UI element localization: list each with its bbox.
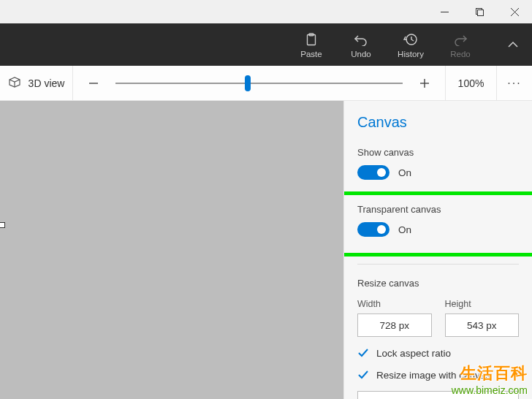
collapse-toolbar-button[interactable] xyxy=(501,33,525,56)
svg-rect-2 xyxy=(477,10,483,15)
canvas-workspace[interactable] xyxy=(0,101,343,399)
history-button[interactable]: History xyxy=(396,31,425,58)
lock-aspect-checkbox[interactable]: Lock aspect ratio xyxy=(357,347,519,359)
window-title-bar xyxy=(0,0,532,23)
more-button[interactable]: ··· xyxy=(497,66,532,100)
undo-label: Undo xyxy=(351,50,371,58)
transparent-canvas-highlight: Transparent canvas On xyxy=(343,191,532,256)
transparent-canvas-label: Transparent canvas xyxy=(357,204,519,215)
show-canvas-state: On xyxy=(398,167,411,178)
check-icon xyxy=(357,347,369,359)
height-input[interactable] xyxy=(445,314,520,337)
paste-button[interactable]: Paste xyxy=(297,31,326,58)
cube-icon xyxy=(8,76,21,90)
svg-rect-5 xyxy=(308,34,316,45)
redo-button: Redo xyxy=(446,31,475,58)
3d-view-button[interactable]: 3D view xyxy=(0,66,73,100)
zoom-percent-label: 100% xyxy=(458,77,484,89)
show-canvas-toggle[interactable] xyxy=(357,165,390,180)
zoom-out-button[interactable] xyxy=(83,73,104,94)
height-label: Height xyxy=(445,299,520,309)
zoom-slider-track xyxy=(115,83,403,84)
canvas-resize-handle[interactable] xyxy=(0,222,5,228)
canvas-panel: Canvas Show canvas On Transparent canvas… xyxy=(343,101,532,399)
close-button[interactable] xyxy=(497,0,532,23)
redo-icon xyxy=(453,31,468,48)
history-label: History xyxy=(398,50,424,58)
resize-canvas-label: Resize canvas xyxy=(357,278,519,289)
ellipsis-icon: ··· xyxy=(507,77,521,90)
check-icon xyxy=(357,369,369,381)
zoom-slider-thumb[interactable] xyxy=(245,75,251,91)
redo-label: Redo xyxy=(450,50,471,58)
lock-aspect-label: Lock aspect ratio xyxy=(376,348,451,359)
units-select[interactable]: Pixels xyxy=(357,391,519,399)
width-input[interactable] xyxy=(357,314,432,337)
resize-image-label: Resize image with canvas xyxy=(376,370,490,381)
main-toolbar: Paste Undo History Redo xyxy=(0,23,532,66)
zoom-in-button[interactable] xyxy=(414,73,435,94)
width-label: Width xyxy=(357,299,432,309)
show-canvas-label: Show canvas xyxy=(357,147,519,158)
main-area: Canvas Show canvas On Transparent canvas… xyxy=(0,101,532,399)
minimize-button[interactable] xyxy=(427,0,462,23)
maximize-button[interactable] xyxy=(462,0,497,23)
divider xyxy=(357,264,519,265)
zoom-controls xyxy=(73,66,446,100)
resize-image-checkbox[interactable]: Resize image with canvas xyxy=(357,369,519,381)
3d-view-label: 3D view xyxy=(28,77,65,89)
view-toolbar: 3D view 100% ··· xyxy=(0,66,532,101)
transparent-canvas-toggle[interactable] xyxy=(357,222,390,237)
clipboard-icon xyxy=(305,31,317,48)
panel-title: Canvas xyxy=(357,114,519,131)
undo-button[interactable]: Undo xyxy=(346,31,376,58)
zoom-slider[interactable] xyxy=(115,73,403,94)
paste-label: Paste xyxy=(300,50,322,58)
history-icon xyxy=(403,31,418,48)
zoom-percent-button[interactable]: 100% xyxy=(446,66,497,100)
undo-icon xyxy=(354,31,368,48)
transparent-canvas-state: On xyxy=(398,224,411,235)
